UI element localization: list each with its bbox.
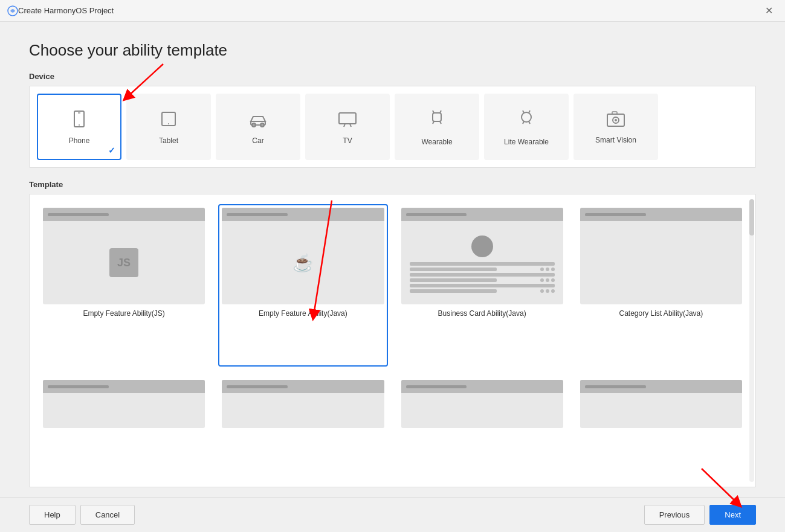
phone-icon [69,109,89,133]
template-item-8[interactable] [577,376,746,477]
svg-line-15 [440,111,441,113]
svg-line-21 [523,121,524,124]
selected-checkmark: ✓ [108,146,115,155]
template-thumb-card [401,208,563,304]
device-section-label: Device [29,72,756,81]
svg-line-19 [523,111,524,113]
template-section: Template JS [29,180,756,487]
svg-line-16 [433,121,434,124]
footer: Help Cancel Previous Next [0,497,785,532]
template-thumb-8 [580,380,742,428]
template-item-7[interactable] [398,376,567,477]
template-name-empty-js: Empty Feature Ability(JS) [83,309,164,318]
device-panel: Phone ✓ Tablet [29,86,756,168]
titlebar: Create HarmonyOS Project ✕ [0,0,785,22]
device-name-wearable: Wearable [421,138,452,146]
avatar-icon [471,236,493,257]
scrollbar-track[interactable] [749,199,754,482]
device-item-smart-vision[interactable]: Smart Vision [573,94,658,160]
template-thumb-7 [401,380,563,428]
svg-rect-24 [612,112,617,114]
previous-button[interactable]: Previous [644,505,705,525]
template-item-business-card[interactable]: Business Card Ability(Java) [398,204,567,367]
next-button[interactable]: Next [709,505,756,525]
svg-line-20 [529,111,530,113]
device-name-car: Car [252,136,263,145]
svg-rect-10 [339,113,356,124]
device-name-smart-vision: Smart Vision [595,136,636,144]
car-icon [247,109,269,133]
main-content: Choose your ability template Device Phon… [0,22,785,497]
template-item-5[interactable] [39,376,208,477]
template-thumb-6 [222,380,384,428]
template-item-6[interactable] [218,376,387,477]
device-item-lite-wearable[interactable]: Lite Wearable [484,94,569,160]
tv-icon [337,109,358,133]
svg-rect-13 [433,113,441,121]
device-name-phone: Phone [69,136,90,145]
svg-point-6 [168,123,169,124]
smart-vision-icon [605,110,627,132]
device-item-phone[interactable]: Phone ✓ [37,94,121,160]
app-logo [7,5,18,16]
svg-point-18 [522,112,531,122]
svg-line-22 [529,121,530,124]
main-window: Create HarmonyOS Project ✕ Choose your a… [0,0,785,532]
template-thumb-java: ☕ [222,208,384,304]
template-thumb-list [580,208,742,304]
close-button[interactable]: ✕ [760,2,778,19]
template-name-empty-java: Empty Feature Ability(Java) [259,309,347,318]
template-item-category-list[interactable]: Category List Ability(Java) [577,204,746,367]
device-name-tv: TV [343,136,352,145]
device-item-tv[interactable]: TV [305,94,390,160]
svg-point-4 [79,124,80,126]
template-grid: JS Empty Feature Ability(JS) ☕ [30,194,755,487]
page-heading: Choose your ability template [29,41,756,60]
device-item-car[interactable]: Car [216,94,300,160]
svg-line-14 [433,111,434,113]
template-item-empty-js[interactable]: JS Empty Feature Ability(JS) [39,204,208,367]
scrollbar-thumb[interactable] [749,199,754,236]
template-item-empty-java[interactable]: ☕ Empty Feature Ability(Java) [218,204,387,367]
coffee-icon: ☕ [292,253,314,273]
device-item-tablet[interactable]: Tablet [126,94,211,160]
wearable-icon [428,108,446,134]
help-button[interactable]: Help [29,505,76,525]
template-thumb-5 [43,380,205,428]
device-name-lite-wearable: Lite Wearable [504,138,549,146]
footer-right: Previous Next [644,505,756,525]
svg-point-26 [615,119,617,121]
cancel-button[interactable]: Cancel [80,505,135,525]
template-name-category-list: Category List Ability(Java) [619,309,703,318]
template-thumb-js: JS [43,208,205,304]
footer-left: Help Cancel [29,505,135,525]
device-item-wearable[interactable]: Wearable [395,94,479,160]
window-title: Create HarmonyOS Project [18,6,760,15]
lite-wearable-icon [517,108,535,134]
tablet-icon [159,109,178,133]
device-name-tablet: Tablet [159,136,178,145]
template-grid-wrapper: JS Empty Feature Ability(JS) ☕ [29,194,756,487]
template-section-label: Template [29,180,756,189]
template-name-business-card: Business Card Ability(Java) [438,309,526,318]
js-icon: JS [109,248,138,277]
svg-line-17 [440,121,441,124]
